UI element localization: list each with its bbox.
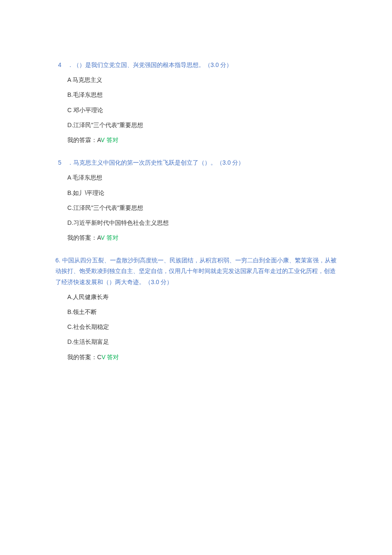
answer-label: 我的答案： [67,354,97,360]
options-list: A 毛泽东思想 B.如丿\平理论 C.江泽民"三个代表"重要思想 D.习近平新时… [55,172,337,228]
option-b: B.如丿\平理论 [67,188,337,198]
option-d: D.生活长期富足 [67,337,337,347]
options-list: A 马克思主义 B.毛泽东思想 C 邓小平理论 D.江泽民"三个代表"重要思想 [55,75,337,131]
question-number: 6. [55,257,61,264]
question-4: 4．（）是我们立党立国、兴党强国的根本指导思想。（3.0 分） A 马克思主义 … [55,60,337,145]
answer-result: V 答对 [101,354,119,360]
option-a: A.人民健康长寿 [67,292,337,302]
option-b: B.毛泽东思想 [67,90,337,100]
question-number: 5 [55,157,61,168]
points: 3.0 分 [222,159,238,166]
answer-letter: C [97,354,101,360]
my-answer: 我的答案：CV 答对 [55,352,337,363]
stem-close: ） [226,61,232,68]
question-5: 5．马克思主义中国化的第一次历史性飞跃是创立了（）。（3.0 分） A 毛泽东思… [55,157,337,243]
question-stem: 4．（）是我们立党立国、兴党强国的根本指导思想。（3.0 分） [55,60,337,70]
answer-result: V 答对 [101,234,118,241]
my-answer: 我的答霖：AV 答对 [55,135,337,145]
answer-label: 我的答案： [67,234,97,241]
stem-close: ） [167,279,173,285]
my-answer: 我的答案：AV 答对 [55,232,337,243]
option-b: B.领土不断 [67,307,337,317]
answer-result: V 答对 [101,137,118,143]
question-stem: 6. 中国从四分五裂、一盘散沙到高度统一、民族团结，从积言积弱、一穷二白到全面小… [55,255,337,288]
answer-label: 我的答霖： [67,137,97,143]
option-c: C.江泽民"三个代表"重要思想 [67,203,337,213]
question-6: 6. 中国从四分五裂、一盘散沙到高度统一、民族团结，从积言积弱、一穷二白到全面小… [55,255,337,363]
option-c: C.社会长期稳定 [67,322,337,332]
option-c: C 邓小平理论 [67,105,337,116]
option-d: D.习近平新时代中国特色社会主义思想 [67,218,337,228]
stem-text: ．马克思主义中国化的第一次历史性飞跃是创立了（）。（ [67,159,222,166]
question-number: 4 [55,60,61,70]
stem-text: ．（）是我们立党立国、兴党强国的根本指导思想。（ [67,61,210,68]
points: 3.0 分 [151,279,167,285]
stem-close: ） [238,159,244,166]
option-d: D.江泽民"三个代表"重要思想 [67,120,337,131]
points: 3.0 分 [210,61,226,68]
question-stem: 5．马克思主义中国化的第一次历史性飞跃是创立了（）。（3.0 分） [55,157,337,168]
stem-text: 中国从四分五裂、一盘散沙到高度统一、民族团结，从积言积弱、一穷二白到全面小康、繁… [55,257,337,285]
option-a: A 马克思主义 [67,75,337,85]
options-list: A.人民健康长寿 B.领土不断 C.社会长期稳定 D.生活长期富足 [55,292,337,348]
option-a: A 毛泽东思想 [67,172,337,183]
